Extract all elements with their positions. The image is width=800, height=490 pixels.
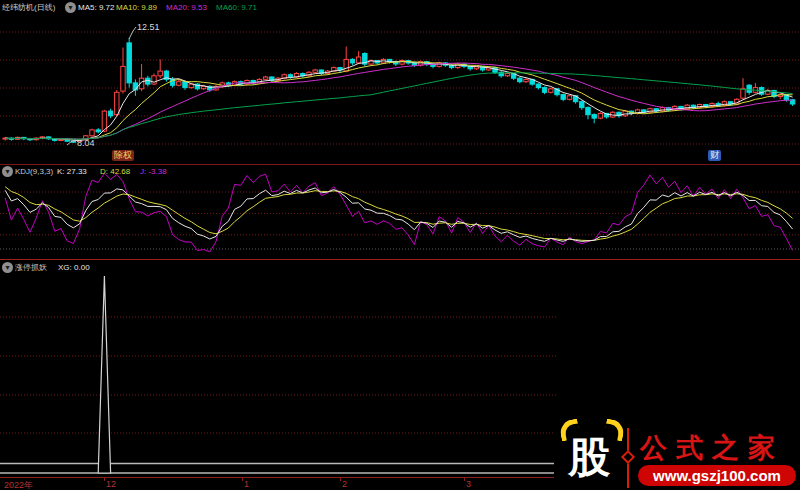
kdj-title: KDJ(9,3,3)	[15, 166, 53, 177]
axis-month-label: 12	[106, 479, 116, 489]
watermark-url: www.gszj100.com	[638, 465, 796, 486]
bull-horn-right-icon	[603, 419, 625, 442]
collapse-main-icon[interactable]	[65, 2, 76, 13]
ma60-label: MA60: 9.71	[216, 2, 257, 13]
ma5-label: MA5: 9.72	[78, 2, 114, 13]
diamond-icon	[621, 450, 635, 464]
main-legend-row: 经纬纺机(日线) MA5: 9.72 MA10: 9.89 MA20: 9.53…	[0, 2, 800, 15]
bull-horn-left-icon	[558, 419, 580, 442]
kdj-j-label: J: -3.38	[140, 166, 167, 177]
axis-month-label: 2	[342, 479, 347, 489]
axis-month-tick	[104, 478, 105, 481]
ma20-label: MA20: 9.53	[166, 2, 207, 13]
stock-chart-app: 经纬纺机(日线) MA5: 9.72 MA10: 9.89 MA20: 9.53…	[0, 0, 800, 490]
axis-month-tick	[464, 478, 465, 481]
bull-logo-icon: 股	[564, 428, 620, 488]
stock-title: 经纬纺机(日线)	[2, 2, 55, 13]
high-price-label: 12.51	[137, 22, 160, 32]
axis-month-tick	[242, 478, 243, 481]
watermark: 股 公式之家 www.gszj100.com	[554, 402, 800, 490]
low-price-label: 8.04	[77, 138, 95, 148]
axis-month-label: 3	[466, 479, 471, 489]
financial-report-badge[interactable]: 财	[708, 150, 721, 161]
ex-rights-badge[interactable]: 除权	[112, 150, 134, 161]
xg-legend-row: 涨停抓妖 XG: 0.00	[0, 262, 800, 275]
ma10-label: MA10: 9.89	[116, 2, 157, 13]
axis-month-label: 1	[244, 479, 249, 489]
collapse-kdj-icon[interactable]	[2, 166, 13, 177]
kdj-legend-row: KDJ(9,3,3) K: 27.33 D: 42.68 J: -3.38	[0, 166, 800, 179]
watermark-site-name: 公式之家	[640, 430, 784, 466]
h-scrollbar[interactable]	[0, 463, 556, 475]
kdj-k-label: K: 27.33	[57, 166, 87, 177]
axis-month-tick	[340, 478, 341, 481]
collapse-xg-icon[interactable]	[2, 262, 13, 273]
kdj-d-label: D: 42.68	[100, 166, 130, 177]
axis-year-label: 2022年	[4, 479, 33, 490]
panel-separator-1	[0, 164, 800, 165]
panel-separator-2	[0, 259, 800, 260]
xg-value-label: XG: 0.00	[58, 262, 90, 273]
main-chart-canvas[interactable]	[0, 0, 800, 164]
xg-title: 涨停抓妖	[15, 262, 47, 273]
axis-line	[0, 477, 558, 478]
